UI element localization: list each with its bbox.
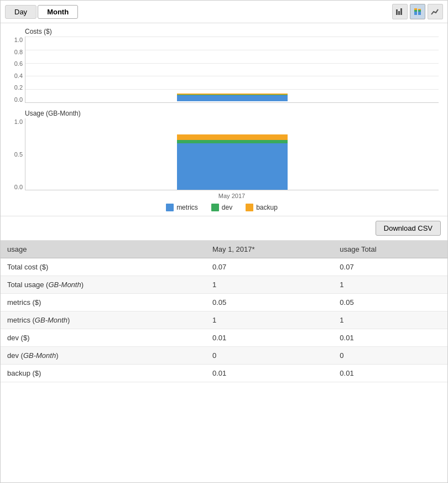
legend-swatch-dev bbox=[211, 204, 219, 211]
col-header-total: usage Total bbox=[333, 241, 447, 258]
table-container: usage May 1, 2017* usage Total Total cos… bbox=[1, 241, 447, 482]
usage-bar bbox=[177, 134, 288, 190]
row-may-val: 1 bbox=[206, 276, 333, 294]
svg-rect-5 bbox=[414, 8, 417, 10]
download-csv-button[interactable]: Download CSV bbox=[376, 221, 441, 236]
row-total-val: 1 bbox=[333, 276, 447, 294]
cost-bar-metrics bbox=[177, 95, 288, 101]
table-row: backup ($) 0.01 0.01 bbox=[1, 365, 447, 382]
svg-rect-2 bbox=[400, 8, 402, 15]
line-chart-icon-btn[interactable] bbox=[428, 4, 443, 19]
main-container: Day Month bbox=[0, 0, 448, 483]
row-total-val: 0.07 bbox=[333, 258, 447, 276]
legend-item-metrics: metrics bbox=[166, 204, 198, 211]
grid-line bbox=[25, 50, 439, 50]
data-table: usage May 1, 2017* usage Total Total cos… bbox=[1, 241, 447, 382]
legend-item-backup: backup bbox=[246, 204, 278, 211]
row-may-val: 0.05 bbox=[206, 294, 333, 311]
legend-swatch-metrics bbox=[166, 204, 174, 211]
bar-stacked-icon-btn[interactable] bbox=[410, 4, 425, 19]
row-may-val: 0.07 bbox=[206, 258, 333, 276]
svg-rect-4 bbox=[414, 10, 417, 12]
chart-area: Costs ($) 1.0 0.8 0.6 0.4 0.2 0.0 bbox=[1, 23, 447, 216]
bar-stacked-icon bbox=[413, 7, 422, 16]
toolbar: Day Month bbox=[1, 1, 447, 23]
row-usage-label: backup ($) bbox=[1, 365, 206, 382]
row-total-val: 0.01 bbox=[333, 365, 447, 382]
table-row: dev ($) 0.01 0.01 bbox=[1, 329, 447, 347]
legend-item-dev: dev bbox=[211, 204, 232, 211]
row-usage-label: Total usage (GB-Month) bbox=[1, 276, 206, 294]
svg-rect-3 bbox=[414, 12, 417, 15]
row-total-val: 0.01 bbox=[333, 329, 447, 347]
legend: metrics dev backup bbox=[5, 204, 439, 211]
col-header-usage: usage bbox=[1, 241, 206, 258]
row-may-val: 1 bbox=[206, 311, 333, 329]
usage-bar-backup bbox=[177, 134, 288, 140]
usage-chart-plot bbox=[25, 118, 439, 190]
row-may-val: 0.01 bbox=[206, 329, 333, 347]
table-header-row: usage May 1, 2017* usage Total bbox=[1, 241, 447, 258]
table-row: dev (GB-Month) 0 0 bbox=[1, 347, 447, 365]
row-total-val: 1 bbox=[333, 311, 447, 329]
legend-swatch-backup bbox=[246, 204, 253, 211]
table-row: metrics ($) 0.05 0.05 bbox=[1, 294, 447, 311]
table-row: metrics (GB-Month) 1 1 bbox=[1, 311, 447, 329]
svg-rect-8 bbox=[418, 9, 421, 10]
cost-bar bbox=[177, 94, 288, 102]
svg-rect-1 bbox=[398, 11, 400, 15]
chart-type-icons bbox=[392, 4, 443, 19]
tab-day[interactable]: Day bbox=[5, 5, 37, 19]
grid-line bbox=[25, 89, 439, 90]
usage-chart-label: Usage (GB-Month) bbox=[5, 110, 439, 117]
row-may-val: 0.01 bbox=[206, 365, 333, 382]
svg-rect-0 bbox=[396, 9, 398, 15]
legend-label-dev: dev bbox=[222, 204, 232, 211]
row-total-val: 0.05 bbox=[333, 294, 447, 311]
row-total-val: 0 bbox=[333, 347, 447, 365]
table-row: Total usage (GB-Month) 1 1 bbox=[1, 276, 447, 294]
usage-y-axis: 1.0 0.5 0.0 bbox=[5, 118, 25, 190]
row-usage-label: metrics (GB-Month) bbox=[1, 311, 206, 329]
table-scroll-wrapper[interactable]: usage May 1, 2017* usage Total Total cos… bbox=[1, 241, 447, 482]
costs-y-axis: 1.0 0.8 0.6 0.4 0.2 0.0 bbox=[5, 37, 25, 103]
usage-chart-wrapper: 1.0 0.5 0.0 bbox=[5, 118, 439, 190]
row-usage-label: Total cost ($) bbox=[1, 258, 206, 276]
legend-label-metrics: metrics bbox=[176, 204, 198, 211]
costs-chart-plot bbox=[25, 37, 439, 103]
svg-rect-7 bbox=[418, 10, 421, 12]
col-header-may: May 1, 2017* bbox=[206, 241, 333, 258]
grid-line bbox=[25, 63, 439, 64]
svg-rect-6 bbox=[418, 12, 421, 15]
grid-line bbox=[25, 76, 439, 76]
table-row: Total cost ($) 0.07 0.07 bbox=[1, 258, 447, 276]
row-usage-label: metrics ($) bbox=[1, 294, 206, 311]
costs-chart-label: Costs ($) bbox=[5, 28, 439, 35]
row-may-val: 0 bbox=[206, 347, 333, 365]
usage-bar-metrics bbox=[177, 143, 288, 190]
tab-month[interactable]: Month bbox=[38, 5, 78, 19]
row-usage-label: dev (GB-Month) bbox=[1, 347, 206, 365]
tab-group: Day Month bbox=[5, 5, 78, 19]
line-chart-icon bbox=[431, 7, 440, 16]
x-axis-label: May 2017 bbox=[25, 193, 439, 199]
download-row: Download CSV bbox=[1, 216, 447, 241]
grid-line bbox=[25, 37, 439, 37]
costs-chart-wrapper: 1.0 0.8 0.6 0.4 0.2 0.0 bbox=[5, 37, 439, 103]
legend-label-backup: backup bbox=[256, 204, 278, 211]
row-usage-label: dev ($) bbox=[1, 329, 206, 347]
bar-grouped-icon-btn[interactable] bbox=[392, 4, 408, 19]
bar-grouped-icon bbox=[395, 7, 404, 16]
